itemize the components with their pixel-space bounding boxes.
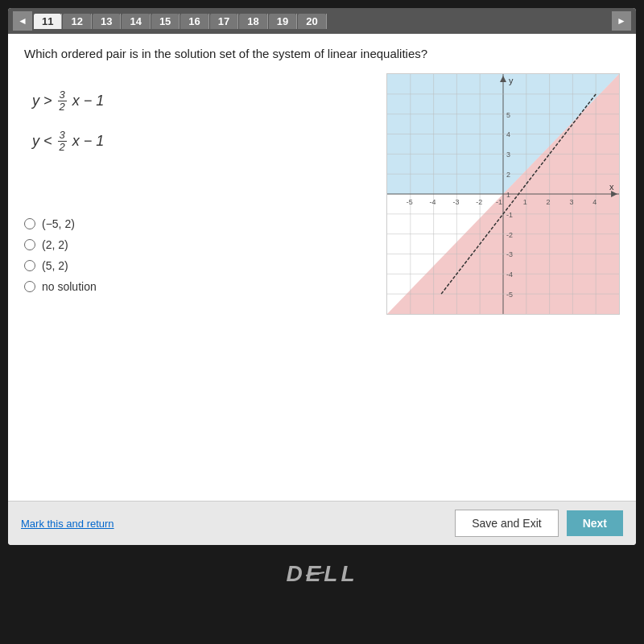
radio-button-2[interactable] bbox=[24, 239, 35, 250]
x-tick-4: 4 bbox=[592, 198, 597, 206]
inequality-2: y < 3 2 x − 1 bbox=[32, 130, 370, 154]
answer-option-1[interactable]: (−5, 2) bbox=[24, 217, 370, 230]
radio-button-1[interactable] bbox=[24, 218, 35, 229]
y-tick-4: 4 bbox=[506, 130, 510, 138]
tab-20[interactable]: 20 bbox=[298, 14, 325, 29]
tab-14[interactable]: 14 bbox=[122, 14, 149, 29]
left-panel: y > 3 2 x − 1 y < 3 2 x − 1 bbox=[24, 73, 370, 315]
dell-logo: DELL bbox=[286, 561, 357, 587]
radio-button-3[interactable] bbox=[24, 260, 35, 271]
inequalities: y > 3 2 x − 1 y < 3 2 x − 1 bbox=[32, 89, 370, 153]
x-tick-2: 2 bbox=[547, 198, 551, 206]
tab-15[interactable]: 15 bbox=[151, 14, 179, 29]
y-tick-2: 2 bbox=[506, 171, 510, 179]
mark-return-link[interactable]: Mark this and return bbox=[21, 518, 114, 530]
navigation-bar: ◄ 11 12 13 14 15 16 17 18 19 20 ► bbox=[8, 8, 636, 34]
tab-18[interactable]: 18 bbox=[239, 14, 266, 29]
y-tick-5: 5 bbox=[506, 111, 510, 119]
tab-13[interactable]: 13 bbox=[93, 14, 120, 29]
inequality-1: y > 3 2 x − 1 bbox=[32, 89, 370, 114]
x-tick-neg3: -3 bbox=[452, 198, 459, 206]
answer-option-4[interactable]: no solution bbox=[24, 280, 370, 293]
y-tick-neg2: -2 bbox=[506, 231, 513, 239]
y-tick-1: 1 bbox=[506, 191, 510, 199]
main-content: Which ordered pair is in the solution se… bbox=[8, 34, 636, 501]
x-tick-neg4: -4 bbox=[430, 198, 436, 206]
save-exit-button[interactable]: Save and Exit bbox=[455, 510, 558, 537]
y-tick-neg4: -4 bbox=[506, 270, 513, 279]
x-tick-neg1: -1 bbox=[496, 198, 502, 206]
y-tick-neg5: -5 bbox=[506, 291, 513, 299]
y-tick-neg3: -3 bbox=[506, 250, 513, 258]
question-text: Which ordered pair is in the solution se… bbox=[24, 47, 620, 60]
y-tick-neg1: -1 bbox=[506, 211, 513, 219]
tab-11[interactable]: 11 bbox=[34, 14, 61, 29]
tab-17[interactable]: 17 bbox=[210, 14, 237, 29]
next-button[interactable]: Next bbox=[567, 510, 623, 536]
y-axis-label: y bbox=[509, 76, 514, 85]
graph-svg: y x 5 4 3 2 1 -1 -2 -3 -4 -5 -5 -4 - bbox=[387, 74, 619, 314]
x-tick-neg5: -5 bbox=[407, 198, 413, 206]
tab-16[interactable]: 16 bbox=[180, 14, 208, 29]
x-axis-label: x bbox=[609, 182, 614, 192]
nav-left-arrow[interactable]: ◄ bbox=[13, 11, 32, 31]
radio-button-4[interactable] bbox=[24, 281, 35, 292]
x-tick-1: 1 bbox=[523, 198, 527, 206]
bottom-bar: Mark this and return Save and Exit Next bbox=[8, 501, 636, 545]
answer-label-1: (−5, 2) bbox=[42, 217, 75, 230]
answer-choices: (−5, 2) (2, 2) (5, 2) no solution bbox=[24, 217, 370, 293]
x-tick-3: 3 bbox=[569, 198, 573, 206]
tab-19[interactable]: 19 bbox=[269, 14, 296, 29]
answer-label-2: (2, 2) bbox=[42, 238, 68, 251]
fraction-2: 3 2 bbox=[58, 130, 67, 154]
tab-12[interactable]: 12 bbox=[63, 14, 90, 29]
answer-label-3: (5, 2) bbox=[42, 259, 68, 272]
nav-right-arrow[interactable]: ► bbox=[612, 11, 631, 31]
answer-option-2[interactable]: (2, 2) bbox=[24, 238, 370, 251]
answer-label-4: no solution bbox=[42, 280, 97, 293]
answer-option-3[interactable]: (5, 2) bbox=[24, 259, 370, 272]
content-area: y > 3 2 x − 1 y < 3 2 x − 1 bbox=[24, 73, 620, 315]
y-tick-3: 3 bbox=[506, 151, 510, 159]
x-tick-neg2: -2 bbox=[476, 198, 482, 206]
fraction-1: 3 2 bbox=[58, 89, 67, 114]
graph-container: y x 5 4 3 2 1 -1 -2 -3 -4 -5 -5 -4 - bbox=[386, 73, 620, 315]
